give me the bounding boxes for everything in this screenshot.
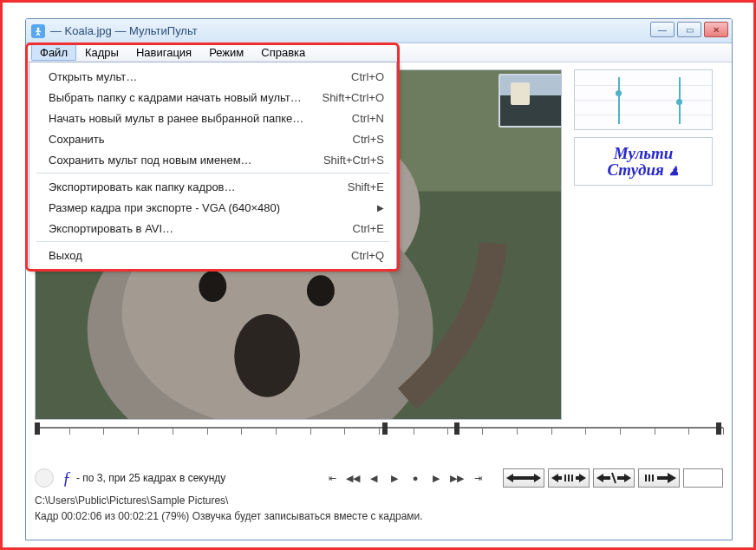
window-title: — Koala.jpg — МультиПульт [50,24,198,37]
playback-info: - по 3, при 25 кадрах в секунду [76,472,319,484]
file-dropdown-menu: Открыть мульт…Ctrl+O Выбрать папку с кад… [29,62,397,270]
empty-slot[interactable] [683,468,723,488]
thumbnail-overlay[interactable] [499,74,562,128]
svg-rect-16 [571,475,573,481]
menu-separator-1 [36,173,389,174]
mi-export-avi[interactable]: Экспортировать в AVI…Ctrl+E [29,218,396,239]
timeline-marker-mid[interactable] [382,422,388,435]
clip-glyph-icon: ƒ [62,468,71,488]
record-indicator[interactable] [35,468,54,488]
arrow-mode-3[interactable] [593,468,635,488]
svg-rect-15 [568,475,570,481]
submenu-arrow-icon: ▶ [377,203,384,213]
svg-rect-22 [648,475,650,481]
svg-marker-18 [596,474,610,482]
svg-rect-21 [645,475,647,481]
mi-choose-folder[interactable]: Выбрать папку с кадрами начать новый мул… [29,87,396,108]
step-fwd-button[interactable]: ▶▶ [449,471,465,485]
mi-export-folder[interactable]: Экспортировать как папку кадров…Shift+E [29,176,396,197]
svg-rect-23 [652,475,654,481]
arrow-mode-4[interactable] [638,468,680,488]
svg-marker-17 [576,474,586,482]
timeline-marker-current[interactable] [454,422,459,435]
record-button[interactable]: ● [407,471,423,485]
mi-export-size[interactable]: Размер кадра при экспорте - VGA (640×480… [29,197,396,218]
logo-text: Мульти Студия ♟ [607,145,679,178]
menu-separator-2 [36,241,389,242]
svg-marker-12 [506,474,541,482]
go-start-button[interactable]: ⇤ [324,471,340,485]
mi-open[interactable]: Открыть мульт…Ctrl+O [29,66,396,87]
timeline-marker-start[interactable] [35,422,40,435]
menu-help[interactable]: Справка [252,44,314,61]
play-button[interactable]: ▶ [387,471,402,485]
svg-point-9 [199,271,226,302]
next-frame-button[interactable]: ▶ [428,471,444,485]
go-end-button[interactable]: ⇥ [470,471,486,485]
graph-pane[interactable] [574,69,713,130]
menu-nav[interactable]: Навигация [127,44,200,61]
mi-save[interactable]: СохранитьCtrl+S [29,128,396,149]
svg-marker-24 [657,473,676,483]
menubar: Файл Кадры Навигация Режим Справка [26,43,732,62]
step-back-button[interactable]: ◀◀ [345,471,361,485]
menu-file[interactable]: Файл [31,44,76,61]
svg-marker-20 [617,474,631,482]
arrow-button-group [503,468,680,488]
logo-figure-icon: ♟ [668,165,680,178]
close-button[interactable]: ✕ [704,22,728,37]
svg-marker-13 [551,474,562,482]
transport-controls: ⇤ ◀◀ ◀ ▶ ● ▶ ▶▶ ⇥ [324,471,486,485]
app-icon [31,24,45,38]
prev-frame-button[interactable]: ◀ [366,471,381,485]
status-line: Кадр 00:02:06 из 00:02:21 (79%) Озвучка … [35,510,723,526]
svg-point-11 [234,314,300,397]
minimize-button[interactable]: — [650,22,675,37]
playback-bar: ƒ - по 3, при 25 кадрах в секунду ⇤ ◀◀ ◀… [35,463,723,493]
titlebar[interactable]: — Koala.jpg — МультиПульт — ▭ ✕ [26,19,732,43]
timeline-marker-end[interactable] [716,422,721,435]
maximize-button[interactable]: ▭ [677,22,701,37]
arrow-mode-2[interactable] [548,468,590,488]
annotation-outer-border: — Koala.jpg — МультиПульт — ▭ ✕ Файл Кад… [0,0,756,550]
logo-pane[interactable]: Мульти Студия ♟ [574,137,713,186]
menu-frames[interactable]: Кадры [76,44,127,61]
svg-line-19 [612,473,616,483]
mi-save-as[interactable]: Сохранить мульт под новым именем…Shift+C… [29,149,396,170]
timeline[interactable] [35,427,723,460]
svg-point-10 [307,275,335,306]
mi-new-in-folder[interactable]: Начать новый мульт в ранее выбранной пап… [29,108,396,128]
mi-exit[interactable]: ВыходCtrl+Q [29,245,396,265]
path-line: C:\Users\Public\Pictures\Sample Pictures… [35,494,723,510]
svg-rect-14 [564,475,566,481]
arrow-mode-1[interactable] [503,468,544,488]
menu-mode[interactable]: Режим [200,44,252,61]
